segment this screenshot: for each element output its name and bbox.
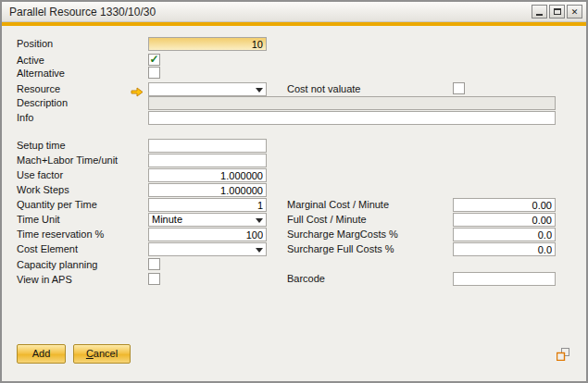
- time-unit-select[interactable]: Minute: [148, 213, 267, 227]
- resource-label: Resource: [17, 82, 60, 96]
- maximize-icon: [554, 8, 561, 15]
- titlebar[interactable]: Parallel Resource 1330/10/30 ✕: [2, 2, 586, 22]
- full-cost-minute-field[interactable]: [453, 213, 556, 227]
- cost-element-label: Cost Element: [17, 242, 78, 256]
- resource-select[interactable]: [148, 82, 267, 96]
- info-field[interactable]: [148, 111, 556, 125]
- cancel-button-label: Cancel: [76, 345, 128, 363]
- position-label: Position: [17, 37, 53, 51]
- time-unit-label: Time Unit: [17, 213, 60, 227]
- maximize-button[interactable]: [549, 5, 565, 19]
- add-button[interactable]: Add: [17, 344, 66, 364]
- marginal-cost-minute-label: Marginal Cost / Minute: [287, 198, 389, 212]
- surcharge-margcosts-field[interactable]: [453, 228, 556, 241]
- chevron-down-icon: [256, 218, 263, 223]
- cost-not-valuate-label: Cost not valuate: [287, 82, 361, 96]
- description-field: [148, 96, 556, 110]
- active-checkbox[interactable]: [148, 54, 160, 66]
- window-title: Parallel Resource 1330/10/30: [9, 6, 156, 19]
- info-label: Info: [17, 111, 33, 125]
- surcharge-margcosts-label: Surcharge MargCosts %: [287, 228, 398, 241]
- mach-labor-time-field[interactable]: [148, 154, 267, 167]
- setup-time-label: Setup time: [17, 139, 66, 153]
- cancel-button[interactable]: Cancel: [73, 344, 131, 364]
- quantity-per-time-field[interactable]: [148, 198, 267, 212]
- accent-bar: [2, 22, 586, 26]
- cost-not-valuate-checkbox[interactable]: [453, 82, 465, 94]
- full-cost-minute-label: Full Cost / Minute: [287, 213, 367, 227]
- close-icon: ✕: [571, 7, 579, 17]
- work-steps-field[interactable]: [148, 183, 267, 197]
- time-unit-value: Minute: [152, 214, 182, 225]
- chevron-down-icon: [256, 88, 263, 93]
- position-field[interactable]: [148, 37, 267, 51]
- marginal-cost-minute-field[interactable]: [453, 198, 556, 212]
- add-button-label: Add: [19, 345, 63, 363]
- view-in-aps-checkbox[interactable]: [148, 273, 160, 285]
- use-factor-label: Use factor: [17, 168, 63, 182]
- minimize-button[interactable]: [532, 5, 547, 19]
- link-arrow-icon[interactable]: [131, 84, 144, 94]
- barcode-label: Barcode: [287, 272, 325, 286]
- cost-element-select[interactable]: [148, 242, 267, 256]
- work-steps-label: Work Steps: [17, 183, 69, 197]
- minimize-icon: [536, 14, 543, 16]
- chevron-down-icon: [256, 248, 263, 253]
- time-reservation-label: Time reservation %: [17, 228, 104, 241]
- parallel-resource-window: Parallel Resource 1330/10/30 ✕ Position …: [0, 0, 588, 383]
- description-label: Description: [17, 96, 68, 110]
- barcode-field[interactable]: [453, 272, 556, 286]
- active-label: Active: [17, 54, 44, 68]
- surcharge-full-costs-field[interactable]: [453, 242, 556, 256]
- window-controls: ✕: [532, 5, 582, 19]
- close-button[interactable]: ✕: [567, 5, 582, 19]
- alternative-label: Alternative: [17, 67, 65, 80]
- capacity-planning-checkbox[interactable]: [148, 258, 160, 270]
- quantity-per-time-label: Quantity per Time: [17, 198, 97, 212]
- link-windows-icon[interactable]: [557, 348, 569, 361]
- alternative-checkbox[interactable]: [148, 67, 160, 79]
- mach-labor-time-label: Mach+Labor Time/unit: [17, 154, 118, 167]
- view-in-aps-label: View in APS: [17, 273, 72, 287]
- setup-time-field[interactable]: [148, 139, 267, 153]
- surcharge-full-costs-label: Surcharge Full Costs %: [287, 242, 394, 256]
- time-reservation-field[interactable]: [148, 228, 267, 241]
- capacity-planning-label: Capacity planning: [17, 258, 97, 272]
- use-factor-field[interactable]: [148, 168, 267, 182]
